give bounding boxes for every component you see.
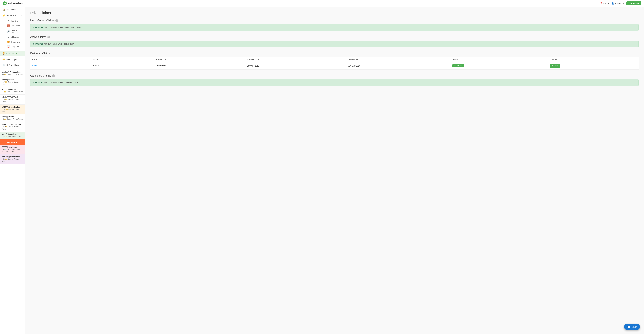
- earn-points-chevron-icon: ▾: [22, 14, 22, 16]
- sidebar-main: 🏠 Dashboard ⚡ Earn Points ▾ ★ Top Offers…: [0, 7, 25, 70]
- sidebar-item-top-offers[interactable]: ★ Top Offers: [5, 18, 25, 23]
- sidebar-giveaways-label: Giveaways: [11, 41, 20, 43]
- top-offers-icon: ★: [7, 20, 10, 22]
- activity-item: aa22****@gmail.com+42 ⚡ Offer Bonus Poin…: [0, 132, 25, 139]
- sidebar-sub-earn: ★ Top Offers 🧱 Offer Walls 🔊 Survey Rout…: [0, 18, 25, 49]
- earn-points-icon: ⚡: [2, 14, 5, 17]
- points-cost-cell: 3000 Points: [154, 62, 245, 69]
- cancelled-info-icon[interactable]: ?: [52, 74, 55, 77]
- table-header-cell: Value: [91, 57, 154, 62]
- activity-item: *******@***.com+5 🎫 Coupon Bonus Points: [0, 114, 25, 122]
- top-nav-right: ❓ Help ▾ 👤 Account ▾ 721 Points: [600, 1, 641, 5]
- account-label: Account: [615, 2, 622, 4]
- account-button[interactable]: 👤 Account ▾: [612, 2, 624, 4]
- layout: 🏠 Dashboard ⚡ Earn Points ▾ ★ Top Offers…: [0, 7, 644, 334]
- chat-label: Chat: [632, 326, 636, 328]
- cancelled-claims-section: Cancelled Claims ? No Claims! You curren…: [30, 74, 639, 86]
- sidebar-item-earn-points[interactable]: ⚡ Earn Points ▾: [0, 12, 25, 18]
- sidebar-item-use-coupons[interactable]: 🎫 Use Coupons: [0, 56, 25, 62]
- prize-cell: Steam: [30, 62, 91, 69]
- dashboard-icon: 🏠: [2, 8, 5, 11]
- cancelled-alert: No Claims! You currently have no cancell…: [30, 79, 639, 86]
- delivery-by-cell: 13th May 2019: [346, 62, 450, 69]
- active-info-icon[interactable]: ?: [48, 36, 50, 38]
- main-content: Prize Claims Unconfirmed Claims ? No Cla…: [25, 7, 644, 334]
- chat-icon: 💬: [628, 326, 630, 328]
- sidebar-item-video-ads[interactable]: ▶ Video Ads: [5, 34, 25, 39]
- sidebar: 🏠 Dashboard ⚡ Earn Points ▾ ★ Top Offers…: [0, 7, 25, 334]
- sidebar-daily-poll-label: Daily Poll: [11, 46, 19, 48]
- table-header-cell: Points Cost: [154, 57, 245, 62]
- giveaways-icon: 🎁: [7, 40, 10, 43]
- video-ads-icon: ▶: [7, 36, 10, 38]
- activity-item: 9745****@qq.com+5 🎫 Coupon Bonus Points: [0, 87, 25, 95]
- cancelled-claims-heading: Cancelled Claims ?: [30, 74, 639, 77]
- sidebar-item-offer-walls[interactable]: 🧱 Offer Walls: [5, 23, 25, 28]
- chat-button[interactable]: 💬 Chat: [624, 324, 640, 330]
- table-header-cell: Status: [450, 57, 548, 62]
- activity-item: ********@gmail.com+5 📊 Poll Bonus Points…: [0, 145, 25, 155]
- table-row: Steam$20.003000 Points28th Apr 201913th …: [30, 62, 639, 69]
- help-icon: ❓: [600, 2, 602, 4]
- active-alert: No Claims! You currently have no active …: [30, 40, 639, 47]
- sidebar-item-giveaways[interactable]: 🎁 Giveaways: [5, 39, 25, 44]
- sidebar-item-daily-poll[interactable]: 📊 Daily Poll: [5, 44, 25, 49]
- table-header-cell: Delivery By: [346, 57, 450, 62]
- table-header: PrizeValuePoints CostClaimed DateDeliver…: [30, 57, 639, 62]
- sidebar-item-survey-routers[interactable]: 🔊 Survey Routers: [5, 28, 25, 34]
- table-header-cell: Prize: [30, 57, 91, 62]
- points-badge: 721 Points: [626, 1, 641, 5]
- daily-poll-icon: 📊: [7, 45, 10, 48]
- use-coupons-icon: 🎫: [2, 58, 5, 61]
- status-badge: Delivered: [452, 64, 464, 67]
- help-button[interactable]: ❓ Help ▾: [600, 2, 609, 4]
- unconfirmed-claims-section: Unconfirmed Claims ? No Claims! You curr…: [30, 19, 639, 31]
- delivered-claims-heading: Delivered Claims: [30, 52, 639, 55]
- logo-icon: PP: [3, 1, 7, 5]
- prize-link[interactable]: Steam: [32, 65, 38, 67]
- sidebar-dashboard-label: Dashboard: [6, 8, 16, 11]
- email-button[interactable]: ✉ Email: [550, 64, 560, 68]
- help-chevron-icon: ▾: [608, 2, 609, 4]
- account-chevron-icon: ▾: [623, 2, 624, 4]
- claim-prizes-icon: 🏆: [2, 52, 5, 55]
- logo: PP PointsPrizes: [3, 1, 23, 5]
- referral-links-icon: 🔗: [2, 64, 5, 66]
- unconfirmed-alert: No Claims! You currently have no unconfi…: [30, 24, 639, 31]
- status-cell: Delivered: [450, 62, 548, 69]
- controls-cell: ✉ Email: [548, 62, 639, 69]
- sidebar-divider-1: [0, 50, 25, 50]
- top-nav: PP PointsPrizes ❓ Help ▾ 👤 Account ▾ 721…: [0, 0, 644, 7]
- sidebar-item-referral-links[interactable]: 🔗 Referral Links: [0, 62, 25, 68]
- claimed-date-cell: 28th Apr 2019: [245, 62, 346, 69]
- activity-item: ********@***.com+50 🎫 Coupon Bonus Point…: [0, 77, 25, 87]
- sidebar-video-ads-label: Video Ads: [11, 36, 19, 38]
- offer-walls-icon: 🧱: [7, 24, 10, 27]
- value-cell: $20.00: [91, 62, 154, 69]
- activity-item: rahula*******@***.net+25 🎫 Coupon Bonus …: [0, 95, 25, 105]
- activity-item: vitobez******@gmail.com+25 🎫 Coupon Bonu…: [0, 122, 25, 132]
- sidebar-offer-walls-label: Offer Walls: [11, 25, 20, 27]
- account-icon: 👤: [612, 2, 614, 4]
- activity-item: kervins*******@gmail.com+5 🎫 Coupon Bonu…: [0, 70, 25, 77]
- sidebar-referral-links-label: Referral Links: [6, 64, 19, 66]
- sidebar-claim-prizes-label: Claim Prizes: [6, 52, 18, 55]
- delivered-claims-table: PrizeValuePoints CostClaimed DateDeliver…: [30, 57, 639, 69]
- table-body: Steam$20.003000 Points28th Apr 201913th …: [30, 62, 639, 69]
- active-claims-section: Active Claims ? No Claims! You currently…: [30, 35, 639, 47]
- page-title: Prize Claims: [30, 11, 639, 15]
- unconfirmed-info-icon[interactable]: ?: [55, 19, 58, 22]
- help-label: Help: [603, 2, 607, 4]
- sidebar-use-coupons-label: Use Coupons: [6, 58, 18, 61]
- activity-item: bf6f6****@himail.online+50 🎫 Coupon Bonu…: [0, 155, 25, 164]
- activity-feed: kervins*******@gmail.com+5 🎫 Coupon Bonu…: [0, 70, 25, 334]
- logo-text: PointsPrizes: [8, 2, 23, 5]
- awesome-banner: Awesome: [0, 139, 25, 145]
- survey-routers-icon: 🔊: [7, 30, 10, 33]
- sidebar-survey-routers-label: Survey Routers: [11, 29, 23, 33]
- delivered-claims-section: Delivered Claims PrizeValuePoints CostCl…: [30, 52, 639, 69]
- sidebar-top-offers-label: Top Offers: [11, 20, 20, 22]
- table-header-cell: Controls: [548, 57, 639, 62]
- sidebar-item-claim-prizes[interactable]: 🏆 Claim Prizes: [0, 51, 25, 56]
- sidebar-item-dashboard[interactable]: 🏠 Dashboard: [0, 7, 25, 12]
